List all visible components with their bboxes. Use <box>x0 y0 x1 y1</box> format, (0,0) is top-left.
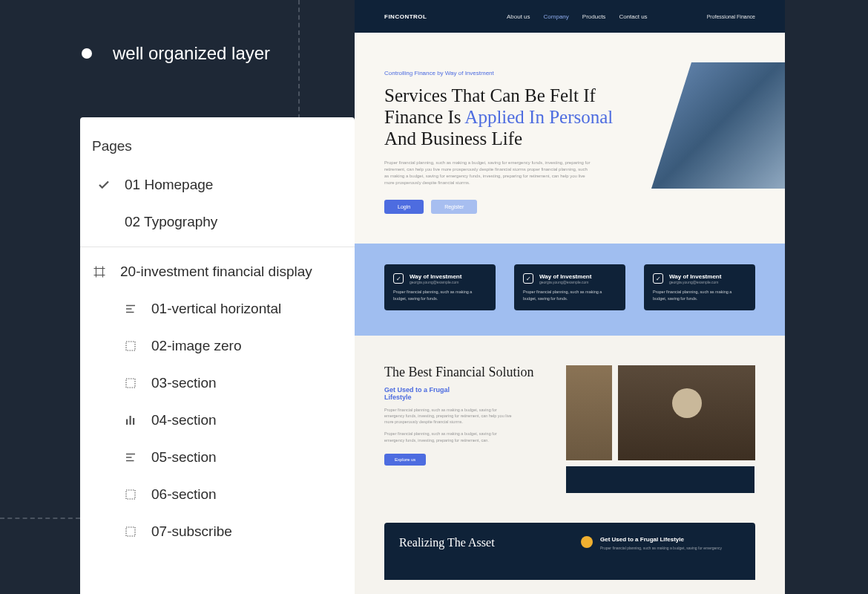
preview-hero: Controlling Finance by Way of Investment… <box>355 33 785 244</box>
hero-title-accent: Applied In Personal <box>464 107 613 127</box>
layers-panel: Pages 01 Homepage 02 Typography 20-inves… <box>80 117 355 594</box>
login-button: Login <box>384 200 424 214</box>
layer-item-label: 03-section <box>151 375 217 391</box>
layer-item-label: 06-section <box>151 486 217 503</box>
page-item-label: 01 Homepage <box>125 177 213 193</box>
feature-card: ✓ Way of Investment georgia.young@exampl… <box>384 264 496 310</box>
solution-title: The Best Financial Solution <box>384 365 551 380</box>
page-item-typography[interactable]: 02 Typography <box>80 203 355 241</box>
solution-section: The Best Financial Solution Get Used to … <box>355 336 785 508</box>
lines-icon <box>123 450 138 465</box>
svg-rect-8 <box>126 379 135 388</box>
svg-rect-7 <box>126 342 135 350</box>
rect-dashed-icon <box>123 524 138 539</box>
svg-rect-9 <box>126 420 128 425</box>
hero-title-part: And Business Life <box>384 128 522 148</box>
bullet-dot-icon <box>82 48 92 59</box>
rect-dashed-icon <box>123 487 138 502</box>
preview-header-tag: Professional Finance <box>707 14 755 19</box>
cta-right-desc: Proper financial planning, such as makin… <box>600 546 722 550</box>
layers-panel-title: Pages <box>80 138 355 166</box>
hero-image <box>651 62 785 189</box>
solution-image <box>566 365 612 460</box>
rect-dashed-icon <box>123 339 138 353</box>
card-title: Way of Investment <box>669 273 721 280</box>
feature-band: ✓ Way of Investment georgia.young@exampl… <box>355 244 785 336</box>
card-title: Way of Investment <box>539 273 591 280</box>
card-body: Proper financial planning, such as makin… <box>393 289 487 301</box>
solution-image-bar <box>566 466 754 493</box>
frame-item-label: 20-investment financial display <box>120 264 312 280</box>
rect-dashed-icon <box>123 376 138 391</box>
svg-rect-15 <box>126 490 135 499</box>
layer-item[interactable]: 02-image zero <box>80 327 355 365</box>
register-button: Register <box>431 200 477 214</box>
bars-icon <box>123 413 138 428</box>
lines-icon <box>123 301 138 316</box>
layer-item[interactable]: 04-section <box>80 402 355 439</box>
nav-item: Company <box>544 13 569 20</box>
nav-item: About us <box>507 13 530 20</box>
layer-item[interactable]: 01-vertical horizontal <box>80 290 355 327</box>
solution-subtitle: Get Used to a Frugal Lifestyle <box>384 386 473 401</box>
card-sub: georgia.young@example.com <box>669 280 721 284</box>
dashed-guide-vertical <box>298 0 300 119</box>
feature-card: ✓ Way of Investment georgia.young@exampl… <box>514 264 625 310</box>
layer-item[interactable]: 07-subscribe <box>80 513 355 550</box>
section-heading-text: well organized layer <box>113 43 270 64</box>
layer-item-label: 01-vertical horizontal <box>151 301 281 317</box>
svg-rect-10 <box>130 416 131 425</box>
check-icon: ✓ <box>653 273 663 284</box>
divider <box>80 247 355 247</box>
preview-header: FINCONTROL About us Company Products Con… <box>355 0 785 33</box>
solution-desc: Proper financial planning, such as makin… <box>384 407 518 425</box>
explore-button: Explore us <box>384 454 426 466</box>
hero-description: Proper financial planning, such as makin… <box>384 160 592 186</box>
page-item-label: 02 Typography <box>125 214 217 230</box>
layer-item-label: 05-section <box>151 449 217 466</box>
check-icon: ✓ <box>523 273 533 284</box>
design-preview: FINCONTROL About us Company Products Con… <box>355 0 785 594</box>
nav-item: Contact us <box>619 13 647 20</box>
svg-rect-11 <box>133 418 134 425</box>
feature-card: ✓ Way of Investment georgia.young@exampl… <box>644 264 755 310</box>
cta-right-title: Get Used to a Frugal Lifestyle <box>600 536 722 543</box>
card-title: Way of Investment <box>410 273 461 280</box>
solution-image <box>618 365 755 460</box>
card-body: Proper financial planning, such as makin… <box>523 289 617 301</box>
card-sub: georgia.young@example.com <box>539 280 591 284</box>
preview-nav: About us Company Products Contact us <box>507 13 648 20</box>
nav-item: Products <box>582 13 606 20</box>
layer-item-label: 02-image zero <box>151 338 241 354</box>
avatar-icon <box>581 536 593 548</box>
preview-logo: FINCONTROL <box>384 13 427 20</box>
check-icon <box>96 177 111 192</box>
hero-title: Services That Can Be Felt If Finance Is … <box>384 85 622 149</box>
dashed-guide-horizontal <box>0 518 80 519</box>
section-heading: well organized layer <box>82 43 270 64</box>
frame-icon <box>92 264 107 279</box>
layer-item[interactable]: 05-section <box>80 439 355 476</box>
layer-item[interactable]: 03-section <box>80 365 355 402</box>
blank-icon <box>96 215 111 229</box>
layer-item-label: 04-section <box>151 412 217 428</box>
layer-item[interactable]: 06-section <box>80 476 355 513</box>
frame-item[interactable]: 20-investment financial display <box>80 253 355 290</box>
page-item-homepage[interactable]: 01 Homepage <box>80 166 355 203</box>
solution-desc: Proper financial planning, such as makin… <box>384 431 518 443</box>
cta-section: Realizing The Asset Get Used to a Frugal… <box>384 523 755 580</box>
check-icon: ✓ <box>393 273 404 284</box>
svg-rect-16 <box>126 527 135 536</box>
card-body: Proper financial planning, such as makin… <box>653 289 746 301</box>
hero-buttons: Login Register <box>384 200 755 214</box>
cta-title: Realizing The Asset <box>399 536 559 550</box>
card-sub: georgia.young@example.com <box>410 280 461 284</box>
layer-item-label: 07-subscribe <box>151 523 232 540</box>
